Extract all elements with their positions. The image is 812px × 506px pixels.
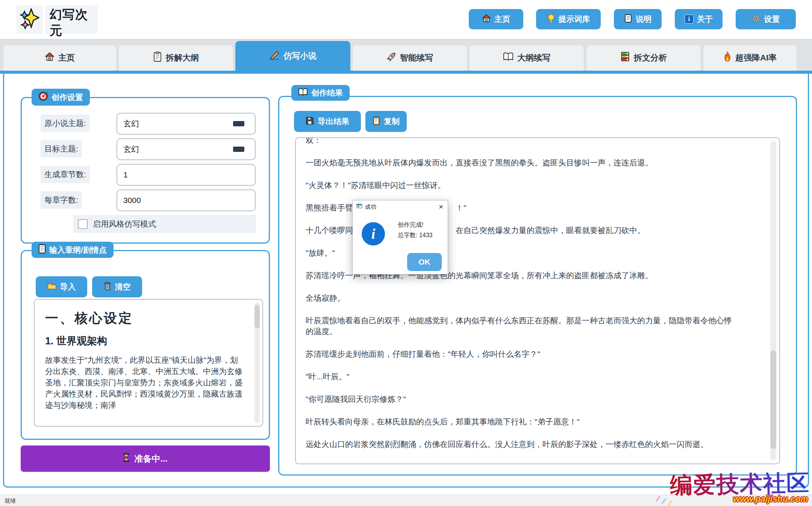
result-paragraph: "你可愿随我回天衍宗修炼？" [306,394,738,404]
result-paragraph: "叶...叶辰。" [306,371,738,382]
open-book-icon [298,88,308,98]
house-icon [482,14,491,25]
result-textarea[interactable]: 双： 一团火焰毫无预兆地从叶辰体内爆发而出，直接吞没了黑熊的拳头。盗匪头目惨叫一… [295,137,780,464]
dialog-ok-button[interactable]: OK [407,253,442,271]
hourglass-icon [123,453,130,464]
field-label-words-per-chapter: 每章字数: [41,191,82,209]
manual-button[interactable]: 说明 [614,9,662,29]
writing-icon [269,50,280,62]
success-dialog-title: 成功 [365,203,376,211]
success-dialog: 成功 ✕ i 创作完成! 总字数: 1433 OK [352,200,448,274]
tab-smart-continue[interactable]: 智能续写 [352,45,467,71]
import-button-label: 导入 [60,282,76,292]
dialog-message-line1: 创作完成! [398,221,423,229]
result-paragraph: 苏清瑶缓步走到他面前，仔细打量着他："年轻人，你叫什么名字？" [306,348,738,359]
home-button[interactable]: 主页 [469,9,523,29]
tab-text-analysis-label: 拆文分析 [634,52,667,64]
tab-imitate-novel[interactable]: 仿写小说 [235,41,350,71]
app-title-block: 幻写次元 V8.2 正式版 [45,5,98,34]
settings-button[interactable]: 设置 [736,9,796,29]
manual-button-label: 说明 [636,14,651,24]
clear-button-label: 清空 [115,282,131,292]
tab-home[interactable]: 主页 [3,45,117,71]
tab-ai-rate-reducer-label: 超强降AI率 [735,52,777,64]
source-theme-dropdown-button[interactable] [233,121,244,126]
tab-outline-continue[interactable]: 大纲续写 [469,45,584,71]
result-paragraph: 叶辰转头看向母亲，在林氏鼓励的点头后，郑重其事地跪下行礼："弟子愿意！" [306,416,738,427]
outline-panel-chip: 输入章纲/剧情点 [32,242,114,258]
dialog-info-icon: i [362,222,385,245]
style-imitation-label: 启用风格仿写模式 [93,219,156,229]
result-panel-chip: 创作结果 [291,85,350,101]
sparkles-icon [20,8,39,31]
status-text: 就绪 [5,497,16,504]
result-paragraph: 一团火焰毫无预兆地从叶辰体内爆发而出，直接吞没了黑熊的拳头。盗匪头目惨叫一声，连… [306,157,738,168]
clear-button[interactable]: 清空 [92,276,142,297]
generate-button-label: 准备中... [134,453,167,465]
prompt-library-button-label: 提示词库 [559,14,590,24]
about-button[interactable]: i 关于 [675,9,723,29]
target-icon [38,91,48,103]
dialog-message-line2: 总字数: 1433 [398,232,432,239]
notebook-icon [624,14,632,25]
tab-text-analysis[interactable]: 拆文分析 [586,45,701,71]
outline-textarea[interactable]: 一、核心设定 1. 世界观架构 故事发生于"九州玄境"，此界以五座"镇天山脉"为… [34,299,263,427]
app-window: 幻写次元 V8.2 正式版 主页 提示词库 说明 i 关于 [0,0,812,506]
generate-button[interactable]: 准备中... [21,445,270,472]
prompt-library-button[interactable]: 提示词库 [536,9,601,29]
gear-icon [752,14,761,25]
outline-scrollbar-thumb[interactable] [255,305,260,328]
result-paragraph: "火灵体？！"苏清瑶眼中闪过一丝惊讶。 [306,180,738,191]
import-button[interactable]: 导入 [36,276,87,297]
about-button-label: 关于 [697,14,713,24]
dialog-close-icon[interactable]: ✕ [434,200,448,213]
folder-icon [47,282,56,292]
tab-ai-rate-reducer[interactable]: 超强降AI率 [703,45,797,71]
tab-outline-continue-label: 大纲续写 [517,52,550,64]
success-dialog-titlebar[interactable]: 成功 [353,200,448,213]
settings-panel-chip: 创作设置 [32,89,90,106]
rocket-icon [386,52,396,64]
outline-heading: 一、核心设定 [45,309,133,327]
tab-imitate-novel-label: 仿写小说 [283,50,317,62]
header: 幻写次元 V8.2 正式版 主页 提示词库 说明 i 关于 [0,0,812,39]
result-panel-title: 创作结果 [311,88,343,98]
tab-outline-extract[interactable]: 拆解大纲 [118,45,233,71]
style-imitation-checkbox[interactable] [78,219,88,229]
tab-home-label: 主页 [58,52,75,64]
trash-icon [104,282,111,292]
tab-bar: 主页 拆解大纲 仿写小说 智能续写 大纲续写 [0,39,812,71]
home-button-label: 主页 [494,14,510,24]
outline-panel-title: 输入章纲/剧情点 [49,245,107,255]
field-label-target-theme: 目标主题: [41,140,82,158]
copy-button-label: 复制 [384,116,400,127]
field-label-chapter-count: 生成章节数: [41,166,90,183]
result-scrollbar-thumb[interactable] [770,350,776,449]
copy-button[interactable]: 复制 [365,111,407,132]
page-icon [38,244,46,255]
words-per-chapter-input[interactable] [117,189,256,211]
target-theme-dropdown-button[interactable] [233,147,244,152]
result-paragraph: 远处火山口的岩浆突然剧烈翻涌，仿佛在回应着什么。没人注意到，叶辰的影子深处，一缕… [306,439,738,450]
style-imitation-row: 启用风格仿写模式 [73,215,256,233]
result-paragraph: 叶辰震惊地看着自己的双手，他能感觉到，体内似乎有什么东西正在苏醒。那是一种古老而… [306,315,738,337]
export-result-button[interactable]: 导出结果 [294,111,361,132]
floppy-disk-icon [306,117,314,127]
export-result-button-label: 导出结果 [318,116,349,127]
settings-panel-title: 创作设置 [52,92,83,103]
chapter-count-input[interactable] [117,164,256,186]
app-logo [17,5,43,34]
open-book-icon [503,52,514,64]
tab-outline-extract-label: 拆解大纲 [166,52,199,64]
settings-button-label: 设置 [764,14,780,24]
window-icon [356,204,362,210]
app-title: 幻写次元 [50,7,93,38]
active-tab-strip [0,71,812,74]
clipboard-icon [373,116,380,127]
outline-subheading: 1. 世界观架构 [45,334,107,348]
house-icon [45,52,55,64]
bulb-icon [547,14,555,25]
outline-body-text: 故事发生于"九州玄境"，此界以五座"镇天山脉"为界，划分出东炎、西漠、南泽、北寒… [45,355,242,411]
watermark-url: www.paijishu.com [733,494,808,504]
result-paragraph: 双： [306,138,738,145]
